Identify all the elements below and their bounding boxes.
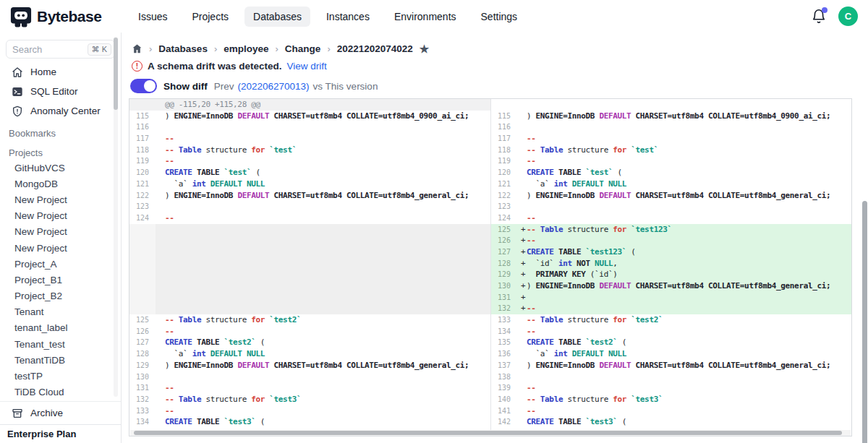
line-number: 136 [491, 348, 517, 360]
line-number: 140 [491, 394, 517, 405]
line-number: 120 [129, 167, 156, 179]
diff-row [129, 224, 490, 236]
notifications-bell-icon[interactable] [811, 9, 827, 25]
code-line: -- [527, 303, 851, 314]
diff-hscroll-thumb[interactable] [134, 431, 842, 435]
diff-row: 134-- [491, 326, 851, 337]
sidebar-scrollbar-thumb[interactable] [114, 38, 118, 110]
line-number: 122 [129, 190, 156, 202]
project-item[interactable]: MongoDB [0, 176, 121, 192]
line-number: 124 [491, 212, 517, 224]
project-item[interactable]: New Project [0, 192, 121, 207]
code-line: CREATE TABLE `test` ( [527, 167, 851, 179]
project-item[interactable]: Project_B2 [0, 288, 121, 304]
line-number [129, 246, 156, 258]
home-icon [12, 66, 23, 78]
diff-marker [517, 99, 527, 111]
diff-marker: + [517, 224, 527, 236]
diff-row: 129+ PRIMARY KEY (`id`) [491, 269, 851, 280]
diff-row: 116 [491, 121, 851, 133]
code-line: CREATE TABLE `test2` ( [527, 337, 851, 348]
breadcrumb-databases[interactable]: Databases [158, 43, 208, 54]
nav-item-projects[interactable]: Projects [183, 7, 237, 27]
nav-item-databases[interactable]: Databases [244, 7, 310, 27]
diff-marker [156, 371, 165, 383]
breadcrumb-change[interactable]: Change [285, 43, 321, 54]
diff-row: 135CREATE TABLE `test2` ( [491, 337, 851, 348]
diff-row [129, 246, 490, 258]
diff-marker [156, 405, 165, 417]
star-icon[interactable]: ★ [420, 43, 429, 54]
project-item[interactable]: TenantTiDB [0, 352, 121, 368]
project-item[interactable]: Project_B1 [0, 272, 121, 288]
sidebar-item-sql-editor[interactable]: SQL Editor [0, 82, 121, 101]
code-line: -- [165, 405, 490, 417]
view-drift-link[interactable]: View drift [287, 61, 327, 72]
breadcrumb-employee[interactable]: employee [224, 43, 268, 54]
archive-icon [12, 408, 23, 419]
code-line: CREATE TABLE `test123` ( [527, 246, 851, 258]
nav-item-settings[interactable]: Settings [472, 7, 527, 27]
project-item[interactable]: Project_A [0, 256, 121, 272]
sidebar-item-anomaly-center[interactable]: Anomaly Center [0, 101, 121, 121]
code-line: CREATE TABLE `test3` ( [165, 416, 490, 428]
code-line: ) ENGINE=InnoDB DEFAULT CHARSET=utf8mb4 … [527, 360, 851, 371]
diff-marker [517, 371, 527, 383]
diff-toolbar: Show diff Prev (202206270013) vs This ve… [122, 72, 868, 93]
code-line: -- [527, 382, 851, 394]
search-input[interactable] [12, 44, 88, 55]
project-item[interactable]: New Project [0, 208, 121, 224]
line-number: 123 [129, 201, 156, 212]
diff-row: 140-- Table structure for `test3` [491, 394, 851, 405]
nav-item-issues[interactable]: Issues [129, 7, 176, 27]
breadcrumb-home-icon[interactable] [132, 43, 142, 54]
line-number: 119 [491, 155, 517, 167]
brand[interactable]: Bytebase [10, 6, 129, 27]
avatar[interactable]: C [838, 7, 858, 26]
project-item[interactable]: GitHubVCS [0, 160, 121, 176]
code-line: -- Table structure for `test` [527, 145, 851, 156]
diff-marker [517, 201, 527, 212]
diff-marker [156, 155, 165, 167]
project-item[interactable]: tenant_label [0, 320, 121, 336]
project-item[interactable]: Tenant [0, 304, 121, 320]
search-box[interactable]: ⌘ K [6, 40, 115, 59]
diff-marker [156, 258, 165, 270]
diff-marker [517, 394, 527, 405]
toggle-knob [144, 80, 156, 92]
project-item[interactable]: Tenant_test [0, 336, 121, 352]
shield-icon [12, 106, 23, 117]
nav-item-instances[interactable]: Instances [318, 7, 378, 27]
diff-row: 128+ `id` int NOT NULL, [491, 258, 851, 270]
page-vertical-scrollbar-thumb[interactable] [862, 201, 867, 443]
breadcrumb-separator: › [327, 43, 330, 54]
project-item[interactable]: New Project [0, 224, 121, 240]
alert-text: A schema drift was detected. [148, 61, 282, 72]
project-item[interactable]: testTP [0, 368, 121, 384]
code-line: -- Table structure for `test123` [527, 224, 851, 236]
diff-row: 133-- Table structure for `test2` [491, 314, 851, 326]
diff-horizontal-scrollbar[interactable] [130, 430, 851, 436]
sidebar-item-home[interactable]: Home [0, 62, 121, 82]
breadcrumb-version[interactable]: 20221202074022 [337, 43, 413, 54]
diff-marker [156, 314, 165, 326]
project-item[interactable]: New Project [0, 240, 121, 256]
sidebar-item-archive[interactable]: Archive [0, 401, 121, 424]
breadcrumb-separator: › [276, 43, 278, 54]
line-number: 123 [491, 201, 517, 212]
nav-item-environments[interactable]: Environments [386, 7, 465, 27]
diff-marker [156, 360, 165, 371]
diff-row: 118-- Table structure for `test` [129, 145, 490, 156]
line-number: 120 [491, 167, 517, 179]
diff-row: 122) ENGINE=InnoDB DEFAULT CHARSET=utf8m… [129, 190, 490, 202]
diff-marker [517, 167, 527, 179]
line-number: 116 [129, 121, 156, 133]
diff-row: @@ -115,20 +115,28 @@ [129, 99, 490, 111]
show-diff-toggle[interactable] [130, 79, 157, 93]
diff-marker [517, 121, 527, 133]
prev-version-link[interactable]: (202206270013) [238, 81, 310, 92]
line-number: 118 [129, 145, 156, 156]
primary-nav: IssuesProjectsDatabasesInstancesEnvironm… [129, 7, 526, 27]
project-item[interactable]: TiDB Cloud [0, 384, 121, 398]
diff-row: 123 [491, 201, 851, 212]
